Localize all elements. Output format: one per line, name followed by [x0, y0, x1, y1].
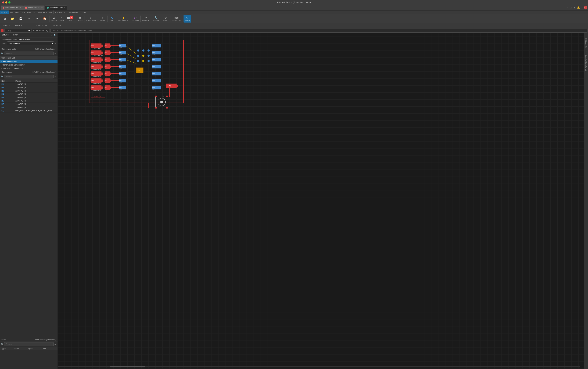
filter-tab[interactable]: Filter: [11, 33, 20, 37]
command-input[interactable]: [50, 29, 587, 32]
svg-rect-132: [166, 96, 168, 97]
tab-schematic1[interactable]: schematic1 v3* ✕: [1, 5, 23, 10]
svg-text:LEDFAB1206: LEDFAB1206: [93, 69, 101, 70]
items-more-btn[interactable]: ···: [54, 343, 56, 346]
comp-more-btn[interactable]: ···: [54, 75, 56, 78]
toolbar-tab-automation[interactable]: AUTOMATION: [54, 10, 67, 14]
title-bar: Autodesk Fusion (Education License): [0, 0, 588, 5]
switch-btn[interactable]: ⇄ SWITCH: [50, 15, 58, 22]
comp-sets-search-input[interactable]: [4, 51, 54, 55]
window-controls[interactable]: [0, 1, 13, 3]
comp-row-r4[interactable]: R4 1206FAB (R): [0, 92, 58, 96]
svg-rect-64: [110, 86, 111, 89]
minimize-button[interactable]: [5, 1, 7, 3]
undo-btn[interactable]: ↩: [25, 15, 32, 22]
tab-close-3[interactable]: ✕: [64, 7, 65, 9]
svg-text:R2: R2: [105, 52, 107, 54]
modify-btn[interactable]: ⟳ MODIFY: [162, 15, 170, 22]
pcb-h-scrollbar[interactable]: [58, 366, 580, 368]
grid-icon-btn[interactable]: ⊞: [1, 15, 8, 22]
layers-btn[interactable]: ▦ LAYERS: [76, 15, 83, 22]
stb-place-comp[interactable]: PLACE COMP...: [34, 24, 52, 27]
svg-text:N$14: N$14: [119, 75, 122, 76]
toolbar-tab-library[interactable]: LIBRARY: [79, 10, 89, 14]
place-btn[interactable]: ○ PLACE: [99, 15, 107, 22]
sidebar-collapse-arrow-mid[interactable]: ‹: [585, 50, 587, 54]
tab-close-2[interactable]: ✕: [41, 7, 43, 9]
polygon-btn[interactable]: ⬠ POLYGON: [131, 15, 140, 22]
h-scroll-thumb[interactable]: [110, 366, 145, 368]
col-name-header[interactable]: Name ▲: [1, 80, 15, 82]
stb-er[interactable]: ER...: [26, 24, 33, 27]
comp-row-s1[interactable]: S1 6MM_SWITCH (SW_SWITCH_TACTILE_6MM): [0, 109, 58, 113]
app-title: Autodesk Fusion (Education License): [277, 1, 311, 4]
route-btn[interactable]: ∿ ROUTE: [108, 15, 116, 22]
user-avatar[interactable]: SL: [584, 6, 587, 10]
rework-btn[interactable]: 🔧 REWORK: [152, 15, 160, 22]
sidebar-collapse-arrow-top[interactable]: ‹: [585, 33, 587, 37]
stb-display[interactable]: DISPLA...: [13, 24, 25, 27]
comp-row-r2[interactable]: R2 1206FAB (R): [0, 86, 58, 89]
view-help-icon[interactable]: ?: [55, 42, 56, 45]
component-sets-section: Component Sets 3 of 3 shown (1 selected)…: [0, 47, 58, 70]
browser-tab[interactable]: Browser: [0, 33, 11, 37]
comp-set-top[interactable]: <Top Side Components>: [0, 67, 58, 70]
cloud-icon[interactable]: ☁: [570, 6, 572, 9]
comp-name-s1: S1: [1, 110, 15, 112]
comp-row-r8[interactable]: R8 1206FAB (R): [0, 106, 58, 109]
comp-row-r3[interactable]: R3 1206FAB (R): [0, 89, 58, 92]
comp-row-r6[interactable]: R6 1206FAB (R): [0, 99, 58, 102]
comp-device-r7: 1206FAB (R): [15, 103, 56, 105]
home-btn[interactable]: 🏠: [41, 15, 49, 22]
layer-select[interactable]: 1 Top 2 Bottom tCream bCream: [5, 29, 31, 32]
toolbar-tab-simulation[interactable]: SIMULATION: [67, 10, 79, 14]
shortcuts-btn[interactable]: ⌨ SHORTCUTS: [171, 15, 182, 22]
maximize-button[interactable]: [8, 1, 10, 3]
comp-name-r7: R7: [1, 103, 15, 105]
comp-row-r5[interactable]: R5 1206FAB (R): [0, 96, 58, 99]
comp-set-bottom[interactable]: <Bottom Side Components>: [0, 63, 58, 67]
stb-analyze[interactable]: ANALYZ...: [1, 24, 13, 27]
comp-set-all[interactable]: <All Components>: [0, 60, 58, 63]
toolbar-tab-document[interactable]: DOCUMENT: [9, 10, 21, 14]
tab-schematic3[interactable]: schematic1 v3* ✕: [45, 5, 67, 10]
quick-route-btn[interactable]: ⚡ QUICK ROUTE: [117, 15, 129, 22]
select-btn[interactable]: ↖ SELECT: [184, 15, 191, 22]
help-icon[interactable]: ?: [581, 6, 582, 9]
edit-btn[interactable]: ✕ EDIT: [66, 15, 74, 22]
open-btn[interactable]: 📁: [9, 15, 16, 22]
svg-text:PS13: PS13: [152, 52, 155, 53]
items-search-input[interactable]: [4, 342, 54, 346]
toolbar-tab-manufacturing[interactable]: MANUFACTURING: [37, 10, 54, 14]
comp-search-input[interactable]: [4, 75, 54, 78]
close-button[interactable]: [2, 1, 4, 3]
toolbar-tab-rules[interactable]: RULES DRC/ERC: [21, 10, 37, 14]
tab-close-1[interactable]: ✕: [20, 7, 21, 9]
board-shape-btn[interactable]: ⬡ BOARD SHAPE: [85, 15, 97, 22]
add-tab-button[interactable]: ＋: [566, 6, 568, 9]
panel-zoom-btn[interactable]: 🔍: [53, 34, 56, 37]
toolbar-tab-design[interactable]: DESIGN: [0, 10, 9, 14]
tabs-bar: schematic1 v3* ✕ schematic1 v2 ✕ schemat…: [0, 5, 588, 10]
tab-icon-green: [47, 7, 49, 9]
comp-row-r1[interactable]: R1 1206FAB (R): [0, 83, 58, 86]
view-btn[interactable]: 👁 VIEW: [58, 15, 66, 22]
save-btn[interactable]: 💾: [17, 15, 24, 22]
ps6-pad: PS6 N$15: [119, 79, 126, 83]
svg-line-110: [126, 46, 136, 54]
comp-sets-more-btn[interactable]: ···: [54, 52, 56, 55]
layer-size-input[interactable]: [32, 29, 49, 32]
comp-name-r3: R3: [1, 90, 15, 92]
stb-design[interactable]: DESIGN ...: [52, 24, 65, 27]
comp-row-r7[interactable]: R7 1206FAB (R): [0, 102, 58, 106]
notification-icon[interactable]: 🔔: [577, 6, 580, 9]
view-select[interactable]: Components Signals Devices: [7, 41, 54, 45]
redo-btn[interactable]: ↪: [33, 15, 41, 22]
col-type-header[interactable]: Type ▲: [1, 348, 14, 350]
comp-set-sort-icon[interactable]: ▲: [54, 57, 56, 59]
tab-schematic2[interactable]: schematic1 v2 ✕: [23, 5, 45, 10]
pcb-canvas[interactable]: U$2 LEDFAB12 U$3 LEDFAB1206 LED LEDFAB12…: [58, 33, 584, 369]
unroute-btn[interactable]: ✂ UNROUTE: [141, 15, 150, 22]
panel-pointer-btn[interactable]: ↖: [51, 34, 53, 37]
assembly-value: Default Variant: [18, 39, 31, 41]
